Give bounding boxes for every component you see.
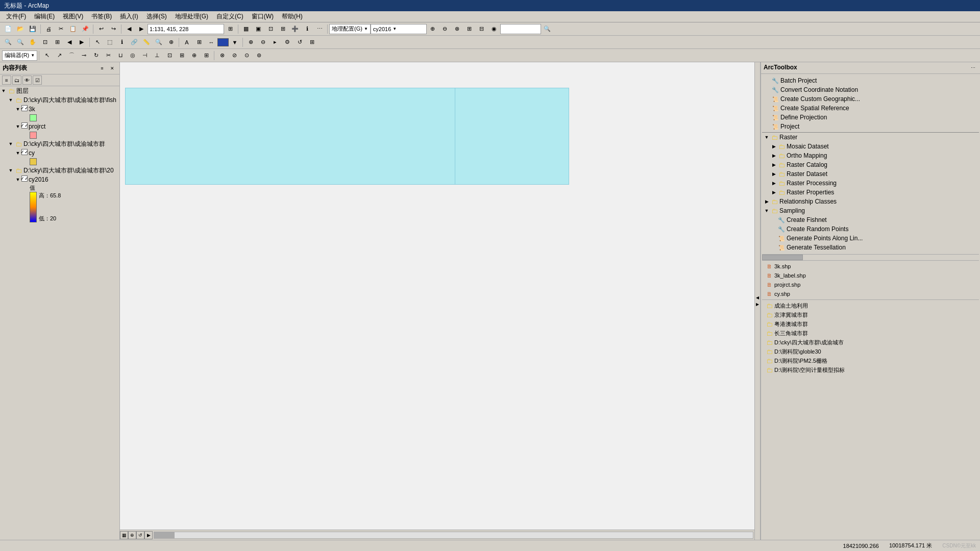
redo-btn[interactable]: ↪ bbox=[108, 23, 119, 35]
select-rect-btn[interactable]: ⬚ bbox=[104, 37, 115, 48]
union-btn[interactable]: ⊔ bbox=[115, 50, 126, 61]
buffer-btn[interactable]: ◎ bbox=[127, 50, 138, 61]
select-all-btn[interactable]: ⊙ bbox=[241, 50, 252, 61]
map-nav-btn1[interactable]: ▦ bbox=[120, 531, 128, 539]
toolbox-hscroll-thumb[interactable] bbox=[762, 255, 803, 260]
scale-input[interactable]: 1:131, 415, 228 bbox=[148, 24, 224, 34]
settings-btn[interactable]: ⚙ bbox=[282, 37, 293, 48]
rproperties-expand[interactable]: ▶ bbox=[770, 188, 777, 196]
undo-btn[interactable]: ↩ bbox=[95, 23, 107, 35]
menu-help[interactable]: 帮助(H) bbox=[278, 11, 307, 22]
tool-project[interactable]: 📜 Project bbox=[763, 122, 978, 131]
layer-btn6[interactable]: ◉ bbox=[488, 23, 500, 35]
snap-btn[interactable]: ⊡ bbox=[164, 50, 175, 61]
measure-btn[interactable]: 📏 bbox=[141, 37, 152, 48]
layer-btn3[interactable]: ⊗ bbox=[452, 23, 463, 35]
misc-btn[interactable]: ⊞ bbox=[306, 37, 317, 48]
group-sampling[interactable]: ▼ 🗀 Sampling bbox=[762, 206, 979, 215]
mosaic-expand[interactable]: ▶ bbox=[770, 142, 777, 151]
menu-bookmark[interactable]: 书签(B) bbox=[87, 11, 116, 22]
folder-changsan[interactable]: 🗀 长三角城市群 bbox=[763, 329, 978, 338]
group-raster-catalog[interactable]: ▶ 🗀 Raster Catalog bbox=[769, 160, 979, 169]
rcatalog-expand[interactable]: ▶ bbox=[770, 161, 777, 169]
group1-item[interactable]: ▼ 🗀 D:\cky\四大城市群\成渝城市群\fish bbox=[7, 95, 119, 105]
find-btn[interactable]: 🔍 bbox=[153, 37, 164, 48]
mid-collapse-handle[interactable]: ◀ ▶ bbox=[754, 62, 761, 540]
pan-btn[interactable]: ✋ bbox=[27, 37, 38, 48]
file-projrct[interactable]: 🗎 projrct.shp bbox=[763, 280, 978, 289]
zoom-out-btn[interactable]: 🔍 bbox=[15, 37, 26, 48]
more-btn[interactable]: ▸ bbox=[270, 37, 281, 48]
new-btn[interactable]: 📄 bbox=[3, 23, 14, 35]
relationship-expand[interactable]: ▶ bbox=[763, 197, 770, 206]
attr-editor-btn[interactable]: ⊞ bbox=[201, 50, 212, 61]
edit-vertices-btn[interactable]: ↗ bbox=[54, 50, 65, 61]
hyperlink-btn[interactable]: 🔗 bbox=[129, 37, 140, 48]
search-btn[interactable]: 🔍 bbox=[542, 23, 553, 35]
folder-path1[interactable]: 🗀 D:\cky\四大城市群\成渝城市 bbox=[763, 338, 978, 347]
toc-list-btn[interactable]: ≡ bbox=[98, 64, 106, 72]
group-raster-properties[interactable]: ▶ 🗀 Raster Properties bbox=[769, 188, 979, 197]
rprocessing-expand[interactable]: ▶ bbox=[770, 179, 777, 187]
label-btn[interactable]: A bbox=[181, 37, 192, 48]
layer-btn5[interactable]: ⊟ bbox=[476, 23, 487, 35]
map-nav-btn2[interactable]: ⊕ bbox=[128, 531, 136, 539]
fullextent-btn[interactable]: ⊞ bbox=[277, 23, 288, 35]
tool-define-projection[interactable]: 📜 Define Projection bbox=[763, 113, 978, 122]
group3-item[interactable]: ▼ 🗀 D:\cky\四大城市群\成渝城市群\20 bbox=[7, 166, 119, 175]
h-scrollbar[interactable] bbox=[154, 532, 753, 539]
topology-btn[interactable]: ⊞ bbox=[176, 50, 187, 61]
zoom-next-btn[interactable]: ▶ bbox=[76, 37, 87, 48]
adddata-btn[interactable]: ➕ bbox=[289, 23, 301, 35]
attr-table-btn[interactable]: ⊞ bbox=[193, 37, 205, 48]
menu-file[interactable]: 文件(F) bbox=[2, 11, 30, 22]
layer-cy[interactable]: ▼ ✓ cy bbox=[14, 148, 119, 158]
group-raster[interactable]: ▼ 🗀 Raster bbox=[762, 133, 979, 142]
group-raster-processing[interactable]: ▶ 🗀 Raster Processing bbox=[769, 179, 979, 188]
color-arrow-btn[interactable]: ▼ bbox=[229, 37, 240, 48]
print-btn[interactable]: 🖨 bbox=[43, 23, 54, 35]
group-relationship[interactable]: ▶ 🗀 Relationship Classes bbox=[762, 197, 979, 206]
layer-3k[interactable]: ▼ ✓ 3k bbox=[14, 105, 119, 114]
folder-globle30[interactable]: 🗀 D:\测科院\globle30 bbox=[763, 347, 978, 356]
layer-projrct[interactable]: ▼ ✓ projrct bbox=[14, 122, 119, 131]
menu-customize[interactable]: 自定义(C) bbox=[212, 11, 248, 22]
layer-btn1[interactable]: ⊕ bbox=[427, 23, 438, 35]
zoom-in-btn[interactable]: 🔍 bbox=[3, 37, 14, 48]
h-scrollbar-thumb[interactable] bbox=[154, 532, 175, 538]
map-nav-btn3[interactable]: ↺ bbox=[136, 531, 144, 539]
folder-kongjianjiliang[interactable]: 🗀 D:\测科院\空间计量模型拟标 bbox=[763, 365, 978, 374]
toc-tab-visibility[interactable]: 👁 bbox=[22, 76, 32, 85]
cy2016-checkbox[interactable]: ✓ bbox=[21, 176, 28, 182]
moretools-btn[interactable]: ⋯ bbox=[314, 23, 325, 35]
group-raster-dataset[interactable]: ▶ 🗀 Raster Dataset bbox=[769, 169, 979, 179]
menu-window[interactable]: 窗口(W) bbox=[248, 11, 278, 22]
zoom-full-btn[interactable]: ⊡ bbox=[39, 37, 51, 48]
move-btn[interactable]: ⊗ bbox=[216, 50, 228, 61]
layers-expand[interactable]: ▼ bbox=[0, 87, 7, 95]
goto-xy-btn[interactable]: ⊕ bbox=[165, 37, 177, 48]
toc-tab-selection[interactable]: ☑ bbox=[33, 76, 42, 85]
paste-btn[interactable]: 📌 bbox=[80, 23, 91, 35]
group-ortho[interactable]: ▶ 🗀 Ortho Mapping bbox=[769, 151, 979, 160]
reshape-btn[interactable]: ⌒ bbox=[66, 50, 77, 61]
editor-dropdown[interactable]: 编辑器(R) ▼ bbox=[2, 51, 37, 61]
tool-create-spatial[interactable]: 📜 Create Spatial Reference bbox=[763, 104, 978, 113]
layer-cy2016[interactable]: ▼ ✓ cy2016 bbox=[14, 175, 119, 184]
folder-chengyu-land[interactable]: 🗀 成渝土地利用 bbox=[763, 301, 978, 310]
menu-select[interactable]: 选择(S) bbox=[142, 11, 171, 22]
layer-dropdown[interactable]: cy2016 ▼ bbox=[371, 24, 427, 34]
file-3k-label[interactable]: 🗎 3k_label.shp bbox=[763, 271, 978, 280]
sampling-expand[interactable]: ▼ bbox=[763, 207, 770, 215]
ortho-expand[interactable]: ▶ bbox=[770, 152, 777, 160]
tool-create-custom[interactable]: 📜 Create Custom Geographic... bbox=[763, 94, 978, 104]
file-3k[interactable]: 🗎 3k.shp bbox=[763, 262, 978, 271]
menu-insert[interactable]: 插入(I) bbox=[116, 11, 142, 22]
file-cy[interactable]: 🗎 cy.shp bbox=[763, 289, 978, 298]
copy-btn[interactable]: 📋 bbox=[67, 23, 79, 35]
offset-btn[interactable]: ⊥ bbox=[152, 50, 163, 61]
rotate-btn[interactable]: ↻ bbox=[90, 50, 102, 61]
zoom-prev-btn[interactable]: ◀ bbox=[64, 37, 75, 48]
scale-confirm-btn[interactable]: ⊞ bbox=[225, 23, 236, 35]
menu-edit[interactable]: 编辑(E) bbox=[30, 11, 59, 22]
